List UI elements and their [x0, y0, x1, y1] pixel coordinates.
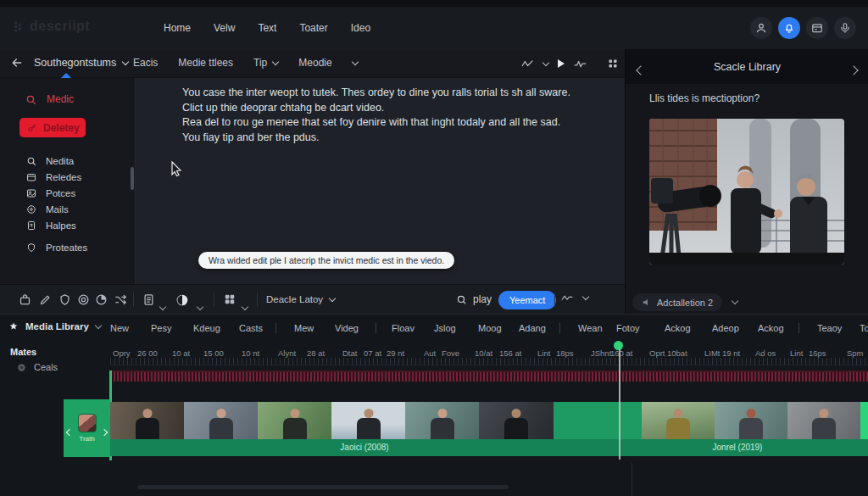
chevron-down-icon[interactable]	[351, 58, 358, 64]
ruler-label: Fove	[442, 348, 459, 358]
copyright-icon[interactable]	[77, 293, 90, 306]
primary-action-button[interactable]: Yeemact	[498, 291, 556, 309]
chevron-down-icon[interactable]	[198, 298, 203, 313]
sidebar-item-proteates[interactable]: Proteates	[26, 242, 87, 253]
timeline-menu-item[interactable]: Adeop	[712, 323, 739, 333]
shuffle-icon[interactable]	[114, 293, 127, 306]
clip-thumbnail[interactable]	[715, 402, 787, 439]
clip-thumbnail[interactable]	[479, 402, 554, 439]
search-icon	[25, 94, 36, 105]
tab-meodie[interactable]: Meodie	[298, 57, 331, 69]
chevron-down-icon[interactable]	[160, 298, 165, 313]
billing-button[interactable]	[806, 17, 828, 39]
timeline-menu-item[interactable]: To	[860, 323, 868, 333]
account-button[interactable]	[750, 17, 772, 39]
chevron-down-icon[interactable]	[582, 293, 589, 300]
clip-thumbnail[interactable]	[642, 402, 715, 439]
clip-thumbnail[interactable]	[787, 402, 860, 439]
timeline-menu-item[interactable]: New	[110, 323, 129, 333]
menu-item-ideo[interactable]: Ideo	[351, 22, 370, 34]
waveform-icon[interactable]	[561, 293, 573, 303]
chevron-down-icon[interactable]	[542, 59, 549, 65]
microphone-button[interactable]	[834, 17, 856, 39]
layout-dropdown[interactable]: Deacle Latoy	[266, 294, 335, 304]
chevron-right-icon[interactable]	[102, 423, 107, 438]
timeline-menu-item[interactable]: Jslog	[434, 323, 456, 333]
sidebar-item-reledes[interactable]: Reledes	[26, 172, 81, 182]
timeline-scrollbar[interactable]	[137, 485, 509, 489]
waveform-icon[interactable]	[574, 59, 587, 69]
tab-tip[interactable]: Tip	[253, 57, 278, 69]
timeline-menu-item[interactable]: Teaoy	[817, 323, 842, 333]
sidebar-item-nedita[interactable]: Nedita	[26, 156, 74, 166]
clip-label-bar[interactable]: Jaoici (2008) Jonrel (2019)	[110, 439, 868, 456]
timeline-menu-item[interactable]: Ackog	[665, 323, 691, 333]
timeline-menu-item[interactable]: Ackog	[758, 323, 784, 333]
clip-thumbnail[interactable]	[110, 402, 184, 439]
pie-chart-icon[interactable]	[95, 293, 108, 306]
play-control[interactable]: play	[456, 293, 492, 305]
timeline-menu-item[interactable]: Casts	[239, 323, 263, 333]
tab-media-titles[interactable]: Medie ttlees	[178, 57, 233, 69]
audio-waveform-strip[interactable]	[110, 371, 868, 382]
contrast-globe-icon[interactable]	[175, 293, 189, 307]
transcript-text[interactable]: You case the inter weopt to tutek. Thes …	[182, 86, 615, 145]
track-item-ceals[interactable]: Ceals	[17, 362, 58, 372]
right-panel-header: Scacle Library	[626, 49, 868, 84]
timeline-menu-item[interactable]: Wean	[578, 323, 603, 333]
sidebar-search[interactable]: Medic	[25, 93, 74, 105]
timeline-menu-item[interactable]: Floav	[392, 323, 415, 333]
layout-grid-icon[interactable]	[608, 59, 618, 69]
timeline-menu-item[interactable]: Mew	[294, 323, 314, 333]
back-arrow-icon[interactable]	[10, 56, 24, 70]
chevron-down-icon[interactable]	[242, 298, 248, 313]
undo-icon[interactable]	[521, 59, 534, 69]
menu-item-tooter[interactable]: Toater	[299, 22, 327, 34]
ruler-label: 15 00	[203, 348, 224, 358]
media-library-dropdown[interactable]: Media Library	[8, 321, 101, 332]
clip-thumbnail[interactable]	[331, 402, 405, 439]
clip-right-edge[interactable]	[860, 402, 868, 439]
shield-icon[interactable]	[58, 293, 71, 306]
timeline-menu-item[interactable]: Pesy	[151, 323, 171, 333]
chevron-left-icon[interactable]	[637, 62, 644, 77]
chevron-down-icon[interactable]	[732, 298, 738, 304]
delete-button[interactable]: Deletey	[19, 118, 86, 137]
sidebar-item-potces[interactable]: Potces	[26, 188, 75, 198]
preview-image[interactable]	[649, 119, 844, 265]
clip-empty-segment[interactable]	[554, 402, 642, 439]
clip-thumbnail[interactable]	[184, 402, 258, 439]
menu-item-text[interactable]: Text	[258, 22, 276, 34]
playhead-line[interactable]	[619, 349, 620, 460]
play-icon[interactable]	[558, 59, 565, 68]
timeline-menu-separator	[559, 323, 560, 333]
tab-eacis[interactable]: Eacis	[133, 57, 158, 69]
clip-handle[interactable]: Trath	[64, 399, 110, 457]
logo-text: descriipt	[30, 19, 90, 34]
project-name-dropdown[interactable]: Southegontstums	[34, 57, 128, 69]
notifications-button[interactable]	[778, 17, 800, 39]
timeline-menu-separator	[798, 323, 799, 333]
transcript-editor[interactable]: You case the inter weopt to tutek. Thes …	[136, 78, 625, 284]
doc-template-icon[interactable]	[142, 293, 155, 306]
chevron-right-icon[interactable]	[850, 62, 857, 77]
grid-icon[interactable]	[224, 293, 236, 305]
bag-icon[interactable]	[19, 293, 31, 306]
timeline-menu-item[interactable]: Kdeug	[193, 323, 220, 333]
menu-item-home[interactable]: Home	[164, 22, 191, 34]
timeline-menu-item[interactable]: Fotoy	[616, 323, 640, 333]
clip-thumbnail[interactable]	[405, 402, 479, 439]
sidebar-scrollbar[interactable]	[131, 167, 134, 190]
sidebar-item-mails[interactable]: Mails	[26, 204, 69, 215]
chevron-left-icon[interactable]	[67, 423, 72, 438]
menu-item-view[interactable]: Velw	[214, 22, 235, 34]
pencil-icon[interactable]	[39, 293, 52, 306]
timeline-menu-item[interactable]: Adang	[519, 323, 546, 333]
audio-selector[interactable]: Adctalletion 2	[632, 293, 722, 311]
app-logo: descriipt	[12, 19, 90, 34]
timeline-ruler-ticks[interactable]	[110, 358, 868, 365]
sidebar-item-halpes[interactable]: Halpes	[26, 220, 76, 231]
timeline-menu-item[interactable]: Moog	[478, 323, 502, 333]
timeline-menu-item[interactable]: Videg	[335, 323, 359, 333]
clip-thumbnail[interactable]	[258, 402, 331, 439]
